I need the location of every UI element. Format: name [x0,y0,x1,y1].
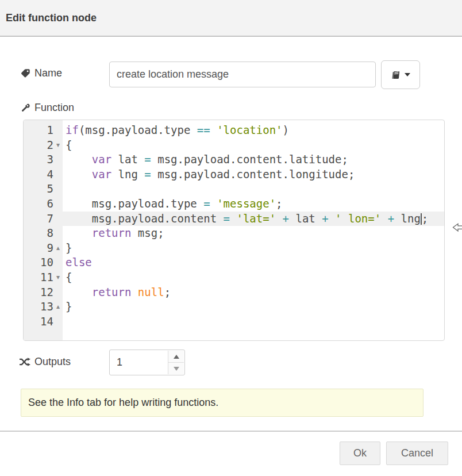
code-line-10[interactable]: else [63,255,444,270]
arrow-down-icon [174,367,179,371]
function-field-label-text: Function [34,102,74,114]
line-number: 10 [40,255,53,270]
code-token: = [144,168,151,181]
code-token: + [388,212,394,225]
code-token: ) [283,124,289,136]
code-token: else [66,256,92,268]
gutter-cell: 1 [24,123,63,138]
code-line-11[interactable]: { [63,270,444,285]
gutter-cell: 5 [24,182,63,197]
code-line-6[interactable]: msg.payload.type = 'message'; [63,197,444,212]
code-token: var [92,168,111,181]
line-number: 2 [47,138,53,153]
spinner-up-button[interactable] [168,351,184,363]
line-number: 12 [40,285,53,300]
gutter-cell: 2▾ [24,138,63,153]
fold-down-icon[interactable]: ▾ [53,270,63,285]
name-input[interactable] [109,62,376,87]
outputs-input[interactable] [110,350,173,375]
code-token [276,212,282,225]
line-number: 3 [47,152,53,167]
code-line-1[interactable]: if(msg.payload.type == 'location') [63,123,444,138]
code-line-2[interactable]: { [63,138,444,153]
code-line-3[interactable]: var lat = msg.payload.content.latitude; [63,152,444,167]
code-token: = [203,197,210,210]
code-token: ; [276,197,282,210]
gutter-cell: 9▴ [24,241,63,256]
code-token: { [66,271,72,283]
name-field-label: Name [21,67,62,79]
code-token: var [92,153,111,166]
spinner-down-button[interactable] [168,363,184,374]
gutter-cell: 10 [24,255,63,270]
code-token: msg.payload.content.longitude; [151,168,355,181]
code-line-9[interactable]: } [63,241,444,256]
code-token: 'lat=' [236,212,276,225]
ok-button[interactable]: Ok [340,442,380,465]
line-number: 13 [40,300,53,314]
code-token: } [66,241,72,254]
gutter-cell: 12 [24,285,63,300]
code-token: msg; [131,227,164,239]
outputs-spinner [109,350,185,375]
code-token: 'message' [217,197,276,210]
fold-down-icon[interactable]: ▾ [53,138,63,153]
edit-function-dialog: Edit function node Name Function [0,0,462,476]
code-token: ' lon=' [335,212,381,225]
code-line-4[interactable]: var lng = msg.payload.content.longitude; [63,167,444,182]
code-token: return [92,286,132,298]
arrow-up-icon [174,355,179,359]
gutter-cell: 14 [24,314,63,329]
line-number: 8 [47,226,53,241]
code-token [66,286,92,298]
gutter-cell: 11▾ [24,270,63,285]
function-code-editor[interactable]: 12▾3456789▴1011▾1213▴14 if(msg.payload.t… [23,120,445,341]
tag-icon [21,68,30,78]
code-token [66,153,92,166]
outputs-field-label: Outputs [19,356,71,368]
line-number: 5 [47,182,53,197]
code-token [131,286,137,298]
outputs-field-label-text: Outputs [34,356,71,368]
chevron-down-icon [405,73,410,76]
code-token: lng [111,168,144,181]
code-line-8[interactable]: return msg; [63,226,444,241]
line-number: 11 [40,270,53,285]
gutter-cell: 8 [24,226,63,241]
editor-gutter: 12▾3456789▴1011▾1213▴14 [24,120,63,340]
code-token: msg.payload.type [66,197,203,210]
gutter-cell: 6 [24,197,63,212]
code-line-7[interactable]: msg.payload.content = 'lat=' + lat + ' l… [63,212,444,227]
fold-up-icon[interactable]: ▴ [53,300,63,314]
code-token: msg.payload.content [66,212,224,225]
line-number: 7 [47,212,53,227]
code-token: lat [111,153,144,166]
code-token: = [144,153,151,166]
code-token: if [66,124,79,136]
code-token: + [283,212,289,225]
cancel-button[interactable]: Cancel [386,442,448,465]
info-tip: See the Info tab for help writing functi… [21,389,424,417]
dialog-title: Edit function node [6,12,97,24]
code-token: == [197,124,210,136]
shuffle-icon [19,358,30,366]
code-token [381,212,387,225]
line-number: 1 [47,123,53,138]
code-area[interactable]: if(msg.payload.type == 'location'){ var … [63,120,444,340]
code-line-13[interactable]: } [63,300,444,314]
code-line-14[interactable] [63,314,444,329]
gutter-cell: 13▴ [24,300,63,314]
code-token: } [66,300,72,313]
line-number: 4 [47,167,53,182]
code-token: { [66,139,72,151]
code-token: lng [394,212,421,225]
code-token [66,227,92,239]
function-field-label: Function [21,102,74,114]
library-button[interactable] [381,60,420,89]
code-line-5[interactable] [63,182,444,197]
fold-up-icon[interactable]: ▴ [53,241,63,256]
code-line-12[interactable]: return null; [63,285,444,300]
code-token: msg.payload.content.latitude; [151,153,348,166]
gutter-cell: 4 [24,167,63,182]
code-token: = [224,212,230,225]
